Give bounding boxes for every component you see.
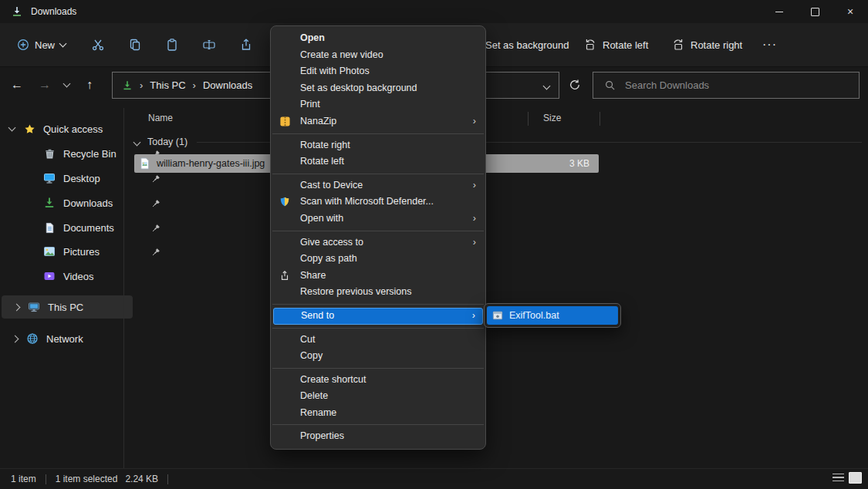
context-menu-item-set-as-desktop-background[interactable]: Set as desktop background xyxy=(271,80,485,97)
menu-separator xyxy=(272,133,484,134)
network-icon xyxy=(26,332,39,345)
chevron-right-icon xyxy=(11,336,19,342)
context-menu-item-create-shortcut[interactable]: Create shortcut xyxy=(271,372,485,389)
sidebar-item-videos[interactable]: Videos xyxy=(0,265,167,288)
context-menu-item-open[interactable]: Open xyxy=(271,30,485,47)
sidebar-item-label: Pictures xyxy=(63,246,100,258)
downloads-crumb-icon xyxy=(122,80,133,91)
rename-button[interactable] xyxy=(194,32,225,57)
context-menu-item-cast-to-device[interactable]: Cast to Device › xyxy=(271,177,485,194)
menu-separator xyxy=(272,368,484,369)
context-menu-item-print[interactable]: Print xyxy=(271,96,485,113)
recycle-bin-icon xyxy=(43,148,56,160)
new-button[interactable]: New xyxy=(11,32,72,57)
share-button[interactable] xyxy=(231,32,262,57)
context-menu-item-copy[interactable]: Copy xyxy=(271,348,485,365)
context-menu-item-restore-previous-versions[interactable]: Restore previous versions xyxy=(271,284,485,301)
submenu-arrow-icon: › xyxy=(473,234,476,251)
column-header-size[interactable]: Size xyxy=(543,113,561,123)
refresh-button[interactable] xyxy=(562,73,587,97)
cut-button[interactable] xyxy=(83,32,113,57)
sidebar-item-label: Videos xyxy=(63,271,94,282)
close-button[interactable]: × xyxy=(833,0,868,23)
titlebar: Downloads × xyxy=(0,0,868,23)
breadcrumb-this-pc[interactable]: This PC xyxy=(150,79,185,91)
menu-separator xyxy=(272,174,484,174)
this-pc-icon xyxy=(28,301,40,313)
videos-icon xyxy=(43,270,56,282)
breadcrumb-separator: › xyxy=(140,79,143,91)
search-input[interactable] xyxy=(623,79,859,92)
pin-icon xyxy=(152,248,160,256)
downloads-folder-icon xyxy=(11,5,23,18)
context-menu-item-send-to[interactable]: Send to › xyxy=(273,308,483,325)
column-divider[interactable] xyxy=(528,112,529,126)
context-menu-item-scan-with-defender[interactable]: Scan with Microsoft Defender... xyxy=(271,194,485,211)
rotate-left-button[interactable]: Rotate left xyxy=(577,32,654,57)
selection-size: 2.24 KB xyxy=(125,474,158,484)
submenu-arrow-icon: › xyxy=(472,309,475,324)
column-divider[interactable] xyxy=(599,112,600,126)
sidebar-item-documents[interactable]: Documents xyxy=(0,216,167,239)
sidebar-item-network[interactable]: Network xyxy=(0,327,134,350)
desktop-icon xyxy=(43,172,56,184)
context-menu-item-share[interactable]: Share xyxy=(271,268,485,285)
pin-icon xyxy=(152,199,160,207)
column-header-name[interactable]: Name xyxy=(148,113,173,123)
up-button[interactable]: ↑ xyxy=(77,73,102,97)
sidebar-item-label: Recycle Bin xyxy=(63,148,117,160)
context-menu-item-rotate-right[interactable]: Rotate right xyxy=(271,137,485,154)
context-menu-item-rename[interactable]: Rename xyxy=(271,405,485,422)
chevron-down-icon xyxy=(134,137,140,147)
defender-shield-icon xyxy=(279,196,290,207)
sidebar-item-quick-access[interactable]: Quick access xyxy=(0,117,131,140)
new-plus-icon xyxy=(17,39,29,51)
context-menu-item-open-with[interactable]: Open with › xyxy=(271,211,485,228)
details-view-icon[interactable] xyxy=(833,474,844,483)
context-menu-item-properties[interactable]: Properties xyxy=(271,428,485,445)
paste-icon xyxy=(165,38,179,52)
context-menu-item-nanazip[interactable]: NanaZip › xyxy=(271,113,485,130)
rotate-right-button[interactable]: Rotate right xyxy=(665,32,748,57)
new-button-label: New xyxy=(35,39,55,51)
back-button[interactable]: ← xyxy=(5,73,29,97)
context-menu-item-cut[interactable]: Cut xyxy=(271,332,485,349)
recent-locations-button[interactable] xyxy=(57,73,76,97)
pictures-icon xyxy=(43,245,56,258)
sidebar-item-label: Quick access xyxy=(43,123,103,135)
rotate-right-label: Rotate right xyxy=(691,39,742,51)
paste-button[interactable] xyxy=(157,32,187,57)
sidebar-item-downloads[interactable]: Downloads xyxy=(0,191,167,214)
search-icon xyxy=(593,79,616,91)
see-more-button[interactable]: ··· xyxy=(756,32,783,57)
rotate-left-label: Rotate left xyxy=(603,39,648,51)
context-menu-item-delete[interactable]: Delete xyxy=(271,388,485,405)
rotate-left-icon xyxy=(583,38,597,52)
context-menu-item-create-a-new-video[interactable]: Create a new video xyxy=(271,47,485,64)
pin-icon xyxy=(152,224,160,232)
context-menu-item-copy-as-path[interactable]: Copy as path xyxy=(271,251,485,268)
maximize-button[interactable] xyxy=(797,0,833,23)
address-dropdown-button[interactable] xyxy=(544,79,549,91)
forward-button[interactable]: → xyxy=(32,73,57,97)
minimize-button[interactable] xyxy=(762,0,797,23)
share-icon xyxy=(279,270,290,282)
submenu-arrow-icon: › xyxy=(473,113,476,130)
navigation-pane: Quick access Recycle Bin Desktop Downloa… xyxy=(0,108,123,469)
group-header-today[interactable]: Today (1) xyxy=(123,133,862,150)
sidebar-item-this-pc[interactable]: This PC xyxy=(2,295,133,319)
nanazip-icon xyxy=(279,116,291,127)
context-menu-item-rotate-left[interactable]: Rotate left xyxy=(271,153,485,170)
group-header-label: Today (1) xyxy=(147,137,187,147)
context-menu-item-give-access-to[interactable]: Give access to › xyxy=(271,234,485,251)
chevron-down-icon xyxy=(62,80,70,88)
sidebar-item-label: This PC xyxy=(48,302,83,313)
submenu-item-exiftool[interactable]: ExifTool.bat xyxy=(487,306,618,325)
copy-button[interactable] xyxy=(120,32,150,57)
sidebar-item-pictures[interactable]: Pictures xyxy=(0,240,167,263)
copy-icon xyxy=(128,38,142,52)
large-icons-view-icon[interactable] xyxy=(849,472,862,484)
breadcrumb-downloads[interactable]: Downloads xyxy=(203,79,252,91)
menu-separator xyxy=(272,328,484,329)
context-menu-item-edit-with-photos[interactable]: Edit with Photos xyxy=(271,63,485,80)
